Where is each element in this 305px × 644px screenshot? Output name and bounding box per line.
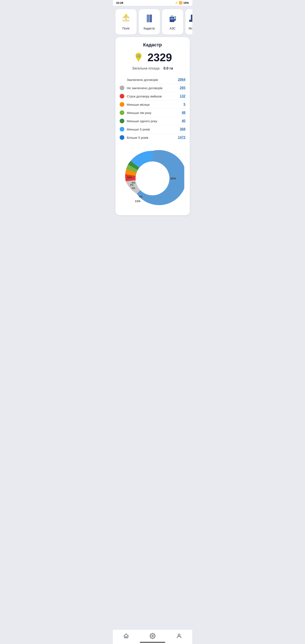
- nav-home[interactable]: [119, 632, 133, 640]
- area-label: Загальна площа: [132, 66, 160, 70]
- stat-value-not-concluded[interactable]: 265: [180, 86, 186, 90]
- home-indicator: [140, 642, 165, 643]
- stat-row-not-concluded: Не заключено договорів 265: [120, 84, 186, 92]
- time-display: 22:29: [116, 1, 123, 4]
- svg-line-3: [127, 14, 128, 14]
- stat-label-less-month: Меньше місяця: [127, 103, 184, 106]
- stat-label-less-half-year: Меньше пів року: [127, 111, 182, 114]
- mop-icon: [187, 14, 192, 25]
- signal-icon: 📶: [179, 1, 182, 4]
- profile-icon: [176, 633, 182, 639]
- gas-icon: [168, 14, 177, 25]
- top-nav-cards: Поля Кадастр: [113, 6, 192, 37]
- stat-dot-less-half-year: [120, 110, 124, 115]
- stat-value-less-year[interactable]: 40: [182, 119, 186, 123]
- nav-card-gas[interactable]: АЗС: [162, 9, 183, 34]
- svg-point-20: [138, 55, 139, 56]
- total-row: 2329: [120, 52, 186, 63]
- label-less-year: 5%: [132, 182, 135, 184]
- stat-row-more-5years: Більше 5 років 1472: [120, 134, 186, 142]
- nav-card-fields[interactable]: Поля: [116, 9, 136, 34]
- stat-label-less-5years: Меньше 5 років: [127, 128, 180, 131]
- stat-row-expired: Строк договору вийшов 132: [120, 92, 186, 100]
- stat-label-concluded: Заключено договорів: [127, 78, 178, 82]
- svg-rect-13: [189, 20, 192, 22]
- label-more-5years: 63%: [170, 177, 176, 180]
- label-less-month: 2%: [132, 187, 135, 190]
- fields-icon: [121, 14, 131, 25]
- status-bar: 22:29 ⚡ 📶 15%: [113, 0, 192, 6]
- mop-label: Мон: [189, 27, 192, 30]
- label-less-5years: 16%: [127, 176, 132, 179]
- status-icons: ⚡ 📶 15%: [175, 1, 189, 4]
- bluetooth-icon: ⚡: [175, 1, 178, 4]
- svg-point-22: [178, 634, 180, 636]
- stat-value-less-half-year[interactable]: 48: [182, 111, 186, 114]
- area-row: Загальна площа 0.0 га: [120, 66, 186, 70]
- stat-value-expired[interactable]: 132: [180, 94, 186, 98]
- total-count: 2329: [148, 52, 172, 63]
- stat-label-more-5years: Більше 5 років: [127, 136, 178, 140]
- label-expired: 6%: [139, 195, 142, 198]
- home-icon: [123, 633, 129, 639]
- map-pin-icon: [133, 52, 144, 63]
- stat-dot-less-5years: [120, 127, 124, 132]
- cadastre-label: Кадастр: [144, 27, 155, 30]
- svg-rect-12: [191, 14, 192, 20]
- donut-hole: [136, 162, 170, 195]
- stat-dot-expired: [120, 94, 124, 98]
- gas-label: АЗС: [170, 27, 176, 30]
- stat-row-less-month: Меньше місяця 5: [120, 100, 186, 109]
- status-time: 22:29: [116, 1, 123, 4]
- svg-rect-7: [147, 15, 149, 22]
- card-title: Кадастр: [120, 42, 186, 48]
- stat-value-less-month[interactable]: 5: [184, 102, 186, 106]
- stat-value-more-5years[interactable]: 1472: [178, 136, 186, 140]
- stat-label-not-concluded: Не заключено договорів: [127, 86, 180, 90]
- settings-icon: [150, 633, 156, 639]
- donut-chart: 63% 11% 16% 6% 2% 2% 5%: [120, 146, 186, 210]
- stat-dot-more-5years: [120, 135, 124, 140]
- area-value: 0.0 га: [164, 66, 173, 70]
- stat-label-expired: Строк договору вийшов: [127, 94, 180, 98]
- stat-row-concluded: Заключено договорів 2064: [120, 76, 186, 84]
- stat-dot-not-concluded: [120, 86, 124, 90]
- nav-settings[interactable]: [145, 632, 160, 640]
- stats-list: Заключено договорів 2064 Не заключено до…: [120, 76, 186, 142]
- svg-point-21: [152, 635, 153, 637]
- stat-row-less-5years: Меньше 5 років 368: [120, 125, 186, 134]
- nav-profile[interactable]: [172, 632, 186, 640]
- stat-dot-less-year: [120, 119, 124, 123]
- label-not-concluded: 11%: [135, 200, 140, 203]
- svg-line-4: [124, 14, 125, 14]
- donut-chart-svg: 63% 11% 16% 6% 2% 2% 5%: [121, 146, 184, 210]
- stat-value-less-5years[interactable]: 368: [180, 127, 186, 131]
- main-card: Кадастр 2329 Загальна площа 0.0 га: [116, 37, 190, 215]
- stat-dot-concluded: [120, 77, 124, 82]
- svg-rect-8: [150, 15, 152, 22]
- stat-dot-less-month: [120, 102, 124, 107]
- stat-row-less-half-year: Меньше пів року 48: [120, 109, 186, 117]
- stat-value-concluded[interactable]: 2064: [178, 78, 186, 82]
- nav-card-cadastre[interactable]: Кадастр: [139, 9, 160, 34]
- battery-icon: 15%: [183, 1, 189, 4]
- cadastre-icon: [145, 14, 154, 25]
- nav-card-mop[interactable]: Мон: [185, 9, 192, 34]
- stat-row-less-year: Меньше одного року 40: [120, 117, 186, 125]
- fields-label: Поля: [122, 27, 130, 30]
- svg-point-11: [174, 19, 176, 20]
- stat-label-less-year: Меньше одного року: [127, 119, 182, 123]
